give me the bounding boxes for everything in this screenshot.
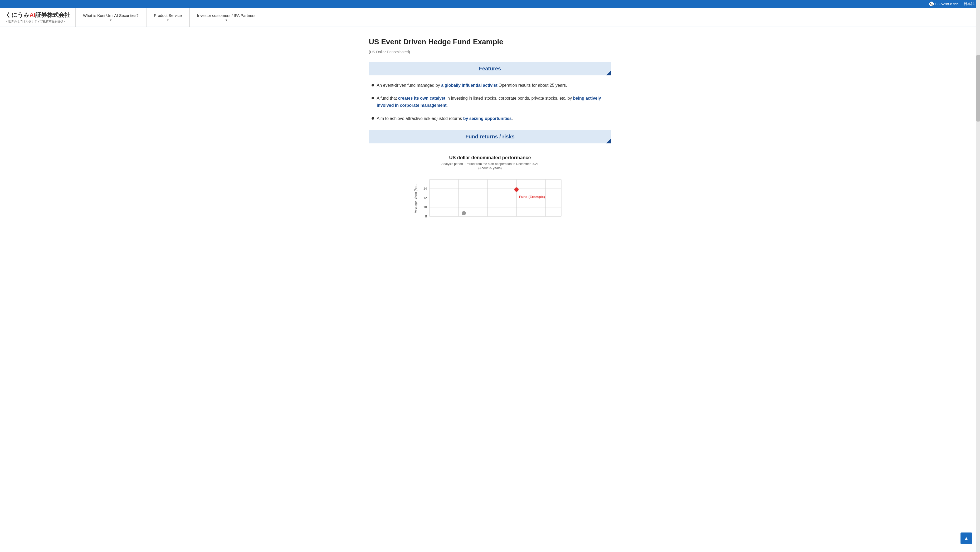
main-content: US Event Driven Hedge Fund Example (US D… (364, 27, 617, 246)
features-title: Features (479, 65, 501, 72)
scrollbar-track (976, 0, 980, 246)
bullet-icon (372, 97, 374, 99)
nav-item-what-is[interactable]: What is Kuni Umi AI Securities? ▼ (75, 8, 146, 27)
nav-item-investor[interactable]: Investor customers / IFA Partners ▼ (189, 8, 263, 27)
chart-main-title: US dollar denominated performance (372, 155, 609, 161)
logo-ai: AI (30, 11, 35, 18)
other-dot (462, 211, 466, 215)
language-switch[interactable]: 日本語 (964, 2, 975, 6)
opportunities-link[interactable]: by seizing opportunities (463, 116, 512, 121)
nav-label-what-is: What is Kuni Umi AI Securities? (83, 13, 138, 18)
chevron-down-icon: ▼ (110, 19, 112, 22)
chevron-down-icon: ▼ (167, 19, 169, 22)
activist-link[interactable]: a globally influential activist (441, 83, 497, 88)
corner-decoration (606, 70, 611, 75)
chart-svg: 8 10 12 14 Fund (Example) (419, 174, 566, 222)
chart-period: (About 25 years) (372, 166, 609, 170)
features-list: An event-driven fund managed by a global… (369, 82, 611, 122)
svg-text:12: 12 (423, 196, 427, 200)
bullet-icon (372, 84, 374, 86)
svg-text:8: 8 (425, 215, 427, 218)
feature-text-3: Aim to achieve attractive risk-adjusted … (377, 115, 513, 122)
features-section-header: Features (369, 62, 611, 75)
chevron-down-icon: ▼ (225, 19, 228, 22)
chart-sub-title: Analysis period : Period from the start … (372, 162, 609, 166)
logo-subtitle: －世界の名門オルタナティブ投資商品を提供－ (5, 19, 70, 24)
svg-text:14: 14 (423, 187, 427, 191)
chart-container: US dollar denominated performance Analys… (369, 150, 611, 228)
nav-label-investor: Investor customers / IFA Partners (197, 13, 256, 18)
header: くにうみAI証券株式会社 －世界の名門オルタナティブ投資商品を提供－ What … (0, 8, 980, 27)
nav-label-product-service: Product Service (154, 13, 182, 18)
page-subtitle: (US Dollar Denominated) (369, 50, 611, 54)
feature-text-2: A fund that creates its own catalyst in … (377, 95, 609, 109)
nav-item-product-service[interactable]: Product Service ▼ (146, 8, 189, 27)
bullet-icon (372, 117, 374, 120)
page-title: US Event Driven Hedge Fund Example (369, 38, 611, 46)
svg-text:10: 10 (423, 205, 427, 209)
chart-wrapper: Average return (An... (372, 174, 609, 223)
phone-number: 03-5288-6766 (935, 2, 958, 6)
scrollbar-thumb[interactable] (976, 55, 980, 121)
fund-returns-title: Fund returns / risks (465, 134, 515, 140)
phone-display: 03-5288-6766 (929, 2, 958, 6)
feature-item-3: Aim to achieve attractive risk-adjusted … (372, 115, 609, 122)
phone-icon (929, 2, 934, 6)
top-bar: 03-5288-6766 日本語 (0, 0, 980, 8)
feature-text-1: An event-driven fund managed by a global… (377, 82, 567, 89)
logo-title: くにうみAI証券株式会社 (5, 11, 70, 19)
fund-returns-section: Fund returns / risks US dollar denominat… (369, 130, 611, 228)
feature-item-1: An event-driven fund managed by a global… (372, 82, 609, 89)
chart-y-label: Average return (An... (414, 184, 417, 213)
fund-returns-section-header: Fund returns / risks (369, 130, 611, 144)
catalyst-link[interactable]: creates its own catalyst (398, 96, 445, 101)
fund-label: Fund (Example) (519, 195, 545, 199)
fund-dot (514, 187, 519, 191)
logo: くにうみAI証券株式会社 －世界の名門オルタナティブ投資商品を提供－ (0, 8, 75, 27)
corner-decoration (606, 138, 611, 144)
main-nav: What is Kuni Umi AI Securities? ▼ Produc… (75, 8, 980, 27)
feature-item-2: A fund that creates its own catalyst in … (372, 95, 609, 109)
chart-svg-wrap: 8 10 12 14 Fund (Example) (419, 174, 566, 223)
